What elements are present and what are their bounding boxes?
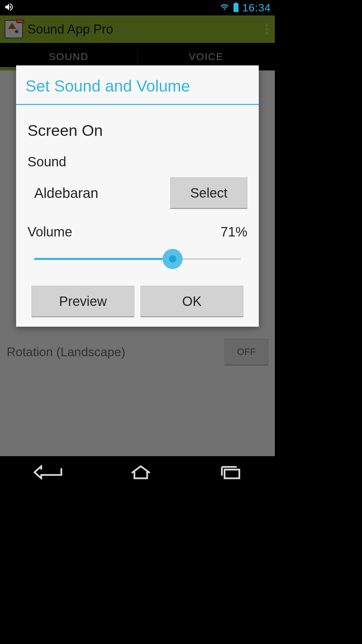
navigation-bar: [0, 456, 275, 488]
preview-button-label: Preview: [59, 294, 107, 309]
nav-back-button[interactable]: [33, 465, 63, 480]
slider-fill: [34, 258, 173, 260]
ok-button[interactable]: OK: [140, 286, 243, 317]
nav-recents-button[interactable]: [219, 465, 242, 480]
volume-slider[interactable]: [34, 252, 241, 266]
select-button-label: Select: [190, 185, 227, 201]
battery-icon: [233, 2, 239, 13]
volume-icon: [4, 2, 14, 13]
ok-button-label: OK: [182, 294, 202, 309]
sound-section-label: Sound: [27, 150, 247, 169]
selected-sound-name: Aldebaran: [27, 185, 98, 201]
dialog-context-label: Screen On: [27, 115, 247, 150]
svg-rect-0: [225, 470, 239, 478]
set-sound-dialog: Set Sound and Volume Screen On Sound Ald…: [16, 65, 259, 327]
dialog-divider: [16, 104, 259, 105]
slider-thumb[interactable]: [163, 249, 183, 269]
volume-value-label: 71%: [221, 224, 247, 239]
dialog-title: Set Sound and Volume: [16, 65, 259, 104]
select-sound-button[interactable]: Select: [170, 177, 247, 209]
status-clock: 16:34: [242, 2, 271, 14]
status-bar: 16:34: [0, 0, 275, 15]
wifi-icon: [220, 3, 230, 13]
preview-button[interactable]: Preview: [32, 286, 134, 317]
volume-section-label: Volume: [27, 220, 72, 239]
nav-home-button[interactable]: [129, 465, 153, 480]
